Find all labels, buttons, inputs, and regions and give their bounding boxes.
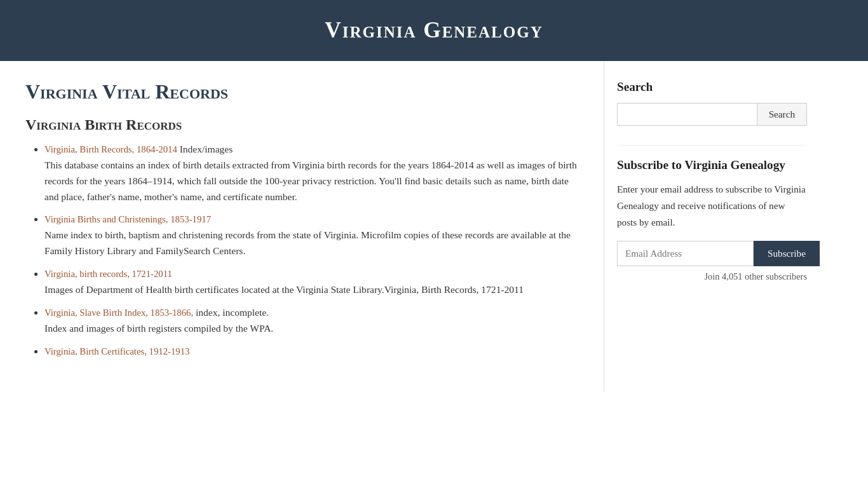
record-description: Index and images of birth registers comp…: [44, 321, 578, 337]
search-section-title: Search: [617, 80, 807, 94]
page-title: Virginia Vital Records: [25, 80, 578, 104]
content-wrapper: Virginia Vital Records Virginia Birth Re…: [0, 61, 868, 391]
subscriber-count: Join 4,051 other subscribers: [617, 271, 807, 282]
record-link[interactable]: Virginia Births and Christenings, 1853-1…: [44, 214, 211, 224]
subscribe-section: Subscribe to Virginia Genealogy Enter yo…: [617, 158, 807, 282]
list-item: Virginia, Slave Birth Index, 1853-1866, …: [44, 307, 578, 337]
sidebar-divider: [617, 145, 807, 146]
list-item: Virginia Births and Christenings, 1853-1…: [44, 214, 578, 259]
record-link[interactable]: Virginia, birth records, 1721-2011: [44, 269, 172, 279]
birth-records-list: Virginia, Birth Records, 1864-2014 Index…: [25, 144, 578, 357]
record-link[interactable]: Virginia, Slave Birth Index, 1853-1866,: [44, 308, 193, 318]
sidebar: Search Search Subscribe to Virginia Gene…: [604, 61, 826, 391]
subscribe-button[interactable]: Subscribe: [754, 241, 820, 266]
email-row: Subscribe: [617, 241, 807, 266]
site-header: Virginia Genealogy: [0, 0, 868, 61]
search-input[interactable]: [617, 103, 757, 126]
email-input[interactable]: [617, 241, 754, 266]
search-button[interactable]: Search: [757, 103, 807, 126]
list-item: Virginia, Birth Records, 1864-2014 Index…: [44, 144, 578, 205]
list-item: Virginia, Birth Certificates, 1912-1913: [44, 346, 578, 357]
search-row: Search: [617, 103, 807, 126]
subscribe-description: Enter your email address to subscribe to…: [617, 181, 807, 231]
record-link[interactable]: Virginia, Birth Certificates, 1912-1913: [44, 346, 189, 356]
record-description: This database contains an index of birth…: [44, 158, 578, 205]
main-content: Virginia Vital Records Virginia Birth Re…: [0, 61, 604, 391]
search-section: Search Search: [617, 80, 807, 126]
site-title: Virginia Genealogy: [13, 18, 855, 43]
record-description: Images of Department of Health birth cer…: [44, 282, 578, 298]
subscribe-section-title: Subscribe to Virginia Genealogy: [617, 158, 807, 172]
record-link[interactable]: Virginia, Birth Records, 1864-2014: [44, 144, 177, 154]
list-item: Virginia, birth records, 1721-2011Images…: [44, 268, 578, 298]
birth-records-heading: Virginia Birth Records: [25, 116, 578, 133]
record-description: Name index to birth, baptism and christe…: [44, 227, 578, 259]
